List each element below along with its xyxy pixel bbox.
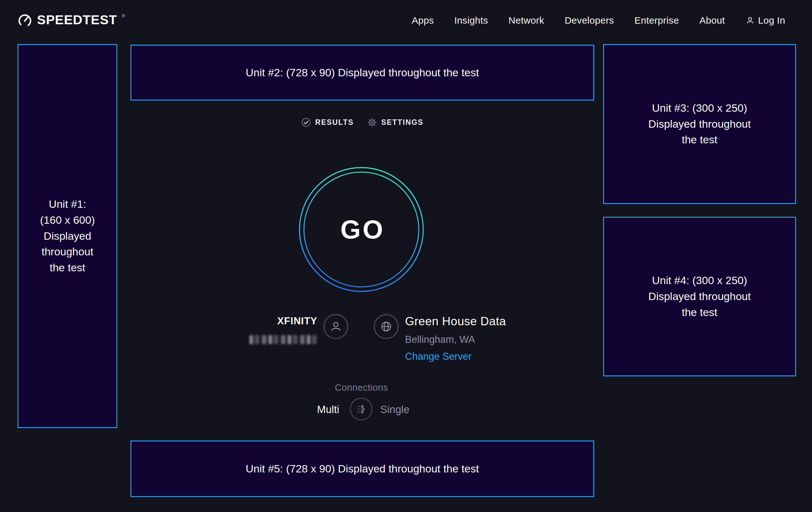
gear-icon [367, 117, 377, 127]
server-name: Green House Data [405, 315, 506, 328]
go-label: GO [298, 167, 424, 292]
tab-results-label: RESULTS [315, 118, 354, 127]
tab-settings-label: SETTINGS [381, 118, 424, 127]
test-tabs: RESULTS SETTINGS [301, 117, 424, 127]
brand-trademark: ® [122, 14, 125, 18]
ad-unit-3-text: Unit #3: (300 x 250)Displayed throughout… [648, 100, 751, 148]
globe-icon [379, 320, 393, 333]
ad-unit-5[interactable]: Unit #5: (728 x 90) Displayed throughout… [130, 440, 594, 497]
check-circle-icon [301, 117, 311, 127]
change-server-link[interactable]: Change Server [405, 351, 472, 362]
nav-item-login[interactable]: Log In [745, 15, 785, 26]
isp-name: XFINITY [277, 315, 317, 327]
nav-item-enterprise[interactable]: Enterprise [634, 15, 679, 26]
speedometer-gauge-icon [18, 14, 32, 28]
ad-unit-1[interactable]: Unit #1:(160 x 600)Displayedthroughoutth… [18, 44, 117, 428]
brand-name: SPEEDTEST [37, 13, 117, 27]
ad-unit-2[interactable]: Unit #2: (728 x 90) Displayed throughout… [130, 45, 594, 101]
nav-item-about[interactable]: About [699, 15, 725, 26]
tab-results[interactable]: RESULTS [301, 117, 354, 127]
speedtest-logo[interactable]: SPEEDTEST ® [18, 13, 125, 28]
connections-multi-option[interactable]: Multi [317, 403, 339, 415]
nav-item-insights[interactable]: Insights [454, 15, 488, 26]
header-nav: SPEEDTEST ® Apps Insights Network Develo… [0, 0, 812, 39]
ad-unit-5-text: Unit #5: (728 x 90) Displayed throughout… [245, 461, 479, 477]
nav-item-apps[interactable]: Apps [412, 15, 434, 26]
redacted-ip [250, 335, 317, 344]
ad-unit-4-text: Unit #4: (300 x 250)Displayed throughout… [648, 273, 751, 321]
person-icon [329, 320, 343, 333]
nav-item-developers[interactable]: Developers [564, 15, 614, 26]
multi-connection-arrows-icon [355, 403, 368, 416]
ad-unit-3[interactable]: Unit #3: (300 x 250)Displayed throughout… [603, 44, 796, 204]
nav-item-network[interactable]: Network [509, 15, 544, 26]
ad-unit-1-text: Unit #1:(160 x 600)Displayedthroughoutth… [40, 196, 95, 276]
ad-unit-4[interactable]: Unit #4: (300 x 250)Displayed throughout… [603, 217, 796, 376]
connections-single-option[interactable]: Single [380, 403, 409, 415]
isp-user-icon [323, 314, 348, 339]
go-button[interactable]: GO [298, 167, 424, 292]
server-globe-icon [374, 314, 399, 339]
ad-unit-2-text: Unit #2: (728 x 90) Displayed throughout… [245, 65, 479, 81]
user-icon [745, 16, 755, 25]
server-location: Bellingham, WA [405, 334, 475, 345]
speedtest-page: SPEEDTEST ® Apps Insights Network Develo… [0, 0, 812, 512]
primary-nav: Apps Insights Network Developers Enterpr… [412, 15, 785, 26]
connections-toggle[interactable] [350, 398, 373, 421]
connections-label: Connections [335, 382, 388, 393]
login-label: Log In [758, 15, 785, 26]
tab-settings[interactable]: SETTINGS [367, 117, 424, 127]
